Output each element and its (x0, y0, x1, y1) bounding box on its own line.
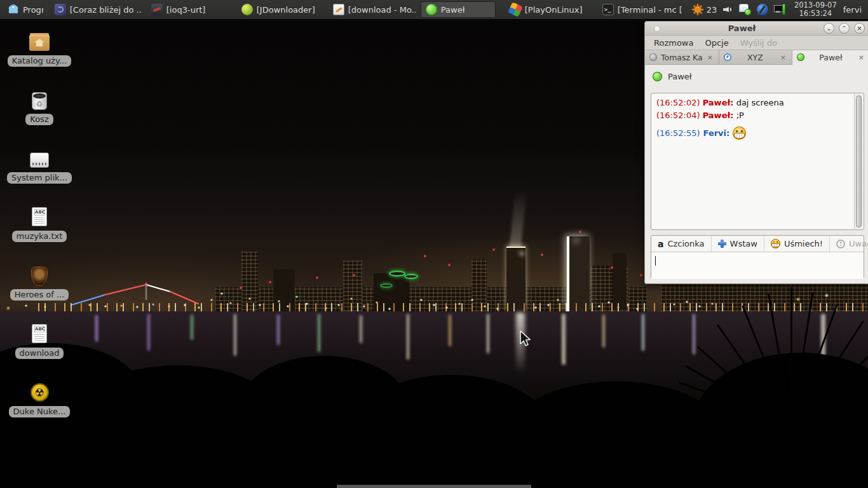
status-online-icon (797, 53, 804, 61)
tab-xyz[interactable]: XYZ × (719, 50, 792, 64)
icon-label: muzyka.txt (12, 231, 67, 242)
water-reflection (95, 315, 98, 342)
water-reflection (602, 315, 605, 348)
tab-close-icon[interactable]: × (857, 53, 865, 62)
kadu-tray-icon[interactable] (740, 4, 751, 15)
playonlinux-icon (508, 2, 523, 17)
desktop-icon-heroes[interactable]: Heroes of ... (6, 264, 72, 301)
scrollbar-thumb[interactable] (856, 95, 862, 227)
tab-pawel[interactable]: Paweł × (792, 50, 868, 65)
water-reflection (234, 314, 236, 356)
volume-plugin[interactable] (718, 1, 735, 18)
taskbar-item-coraz[interactable]: [Coraz bliżej do ... (50, 1, 146, 18)
green-ring-light (389, 271, 405, 276)
message-sender: Paweł: (703, 111, 734, 120)
message-time: (16:52:55) (656, 127, 700, 140)
insert-button[interactable]: Wstaw (712, 236, 764, 252)
icon-label: Duke Nuke... (9, 406, 71, 417)
system-tray (735, 4, 790, 15)
menu-opcje[interactable]: Opcje (700, 37, 733, 49)
message-sender: Fervi: (703, 127, 730, 140)
message-body: daj screena (736, 98, 784, 107)
tab-close-icon[interactable]: × (706, 53, 714, 62)
smiley-button[interactable]: Uśmiech! (764, 236, 830, 252)
temperature-label: 23 °C (707, 5, 718, 15)
message-input[interactable] (651, 252, 864, 279)
trash-icon: ♻ (29, 89, 50, 111)
message-history: (16:52:02) Paweł: daj screena (16:52:04)… (651, 93, 864, 230)
maximize-button[interactable]: ⌃ (839, 23, 850, 34)
clock-plugin[interactable]: 2013-09-07 16:53:24 (790, 1, 841, 18)
message-time: (16:52:02) (656, 98, 700, 107)
message-body: ;P (736, 111, 744, 120)
green-ring-light (404, 274, 418, 279)
home-folder-icon (29, 30, 50, 52)
smiley-icon (771, 239, 780, 248)
mouse-cursor (519, 330, 532, 348)
speaker-icon (723, 4, 735, 15)
xfce-menu-icon (8, 4, 19, 15)
desktop-icon-duke[interactable]: ☢ Duke Nuke... (6, 381, 72, 417)
taskbar-item-ioq3[interactable]: [ioq3-urt] (146, 1, 221, 18)
font-button[interactable]: a Czcionka (651, 236, 712, 252)
taskbar-item-playonlinux[interactable]: [PlayOnLinux] (505, 1, 588, 18)
water-reflection (318, 314, 320, 352)
water-reflection (642, 314, 644, 351)
system-monitor-tray-icon[interactable] (774, 4, 785, 15)
recycle-glyph: ♻ (32, 100, 46, 109)
water-reflection (407, 314, 409, 360)
status-online-icon (653, 72, 662, 81)
close-button[interactable]: × (854, 23, 865, 34)
text-file-icon: ABC (29, 206, 50, 227)
top-panel: Programy [Coraz bliżej do ... [ioq3-urt]… (0, 0, 868, 19)
composer-toolbar: a Czcionka Wstaw Uśmiech! ! Uwaga! (651, 236, 864, 252)
text-caret (655, 256, 656, 266)
desktop-icon-download[interactable]: ABC download (6, 323, 72, 359)
chat-tabbar: Tomasz Ka... × XYZ × Paweł × (645, 50, 868, 65)
username-label: fervi (841, 5, 868, 15)
taskbar-item-jdownloader[interactable]: [JDownloader] (236, 1, 323, 18)
status-offline-icon (649, 53, 657, 61)
scrollbar-track[interactable] (854, 94, 863, 229)
water-reflection (191, 315, 193, 340)
tab-tomasz[interactable]: Tomasz Ka... × (645, 50, 719, 64)
tab-close-icon[interactable]: × (779, 53, 787, 62)
icon-label: Kosz (25, 114, 53, 125)
text-file-icon: ABC (29, 323, 50, 344)
blue-orb-tray-icon[interactable] (757, 4, 768, 15)
weather-plugin[interactable]: 23 °C (688, 1, 718, 18)
desktop-icon-filesystem[interactable]: System plik... (6, 147, 72, 184)
tower-lit-side (567, 236, 590, 311)
desktop-icon-muzyka[interactable]: ABC muzyka.txt (6, 206, 72, 242)
message-row: (16:52:55) Fervi: (656, 126, 851, 140)
shade-button[interactable]: ⌄ (824, 23, 834, 34)
hidden-panel-strip[interactable] (337, 485, 531, 488)
desktop-icon-home[interactable]: Katalog uży... (6, 30, 72, 67)
icon-label: Katalog uży... (8, 55, 72, 67)
taskbar-item-terminal[interactable]: [Terminal - mc [... (597, 1, 688, 18)
applications-menu-button[interactable]: Programy (3, 1, 43, 18)
game-shield-icon (29, 264, 50, 286)
radioactive-icon: ☢ (29, 381, 50, 403)
hard-drive-icon (29, 147, 50, 169)
attention-icon: ! (836, 240, 845, 248)
game-urt-icon (151, 4, 163, 15)
desktop-icon-trash[interactable]: ♻ Kosz (6, 89, 72, 125)
screen: Katalog uży... ♻ Kosz System plik... ABC… (0, 0, 868, 488)
insert-plus-icon (718, 240, 726, 248)
water-reflection (449, 315, 451, 346)
terminal-icon (602, 4, 614, 15)
applications-menu-label: Programy (23, 5, 43, 15)
window-titlebar[interactable]: Paweł ⌄ ⌃ × (645, 22, 868, 36)
grin-emoji (733, 126, 746, 140)
water-reflection (487, 314, 489, 353)
taskbar-item-download[interactable]: [download - Mo... (328, 1, 421, 18)
window-icon (654, 25, 660, 32)
status-away-icon (724, 53, 731, 61)
water-reflection (147, 314, 150, 351)
icon-label: System plik... (7, 172, 72, 184)
window-title: Paweł (660, 24, 824, 33)
attention-button: ! Uwaga! (830, 236, 868, 252)
menu-rozmowa[interactable]: Rozmowa (649, 37, 698, 49)
taskbar-item-pawel[interactable]: Paweł (421, 1, 496, 18)
